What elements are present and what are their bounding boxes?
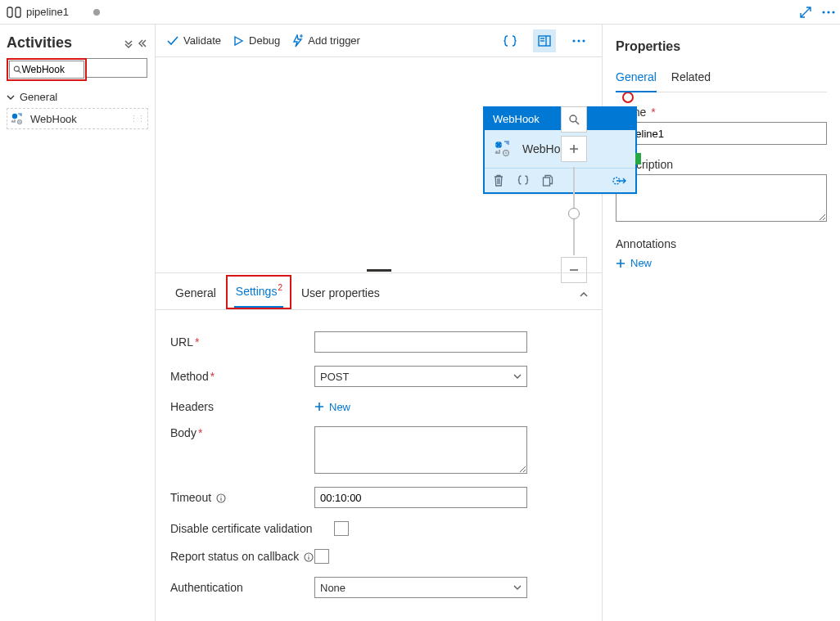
search-extra-box[interactable] bbox=[87, 58, 147, 78]
more-icon bbox=[822, 11, 835, 14]
properties-panel: Properties General Related Name * Descri… bbox=[603, 25, 840, 621]
chevron-up-icon bbox=[579, 290, 589, 299]
webhook-node-footer bbox=[485, 168, 635, 192]
timeout-label: Timeout bbox=[170, 491, 314, 504]
zoom-fit-button[interactable] bbox=[561, 106, 587, 133]
method-select[interactable]: POST bbox=[314, 366, 527, 387]
pipeline-tab[interactable]: pipeline1 bbox=[0, 2, 106, 21]
webhook-node-icon bbox=[493, 140, 514, 158]
pipeline-tab-label: pipeline1 bbox=[26, 6, 69, 18]
add-trigger-button[interactable]: Add trigger bbox=[291, 34, 360, 47]
webhook-activity-icon bbox=[11, 112, 25, 125]
node-code-button[interactable] bbox=[517, 174, 529, 187]
url-input[interactable] bbox=[314, 331, 527, 353]
tab-settings-badge: 2 bbox=[278, 283, 282, 292]
canvas-zoom-controls bbox=[561, 106, 587, 286]
method-value: POST bbox=[320, 371, 349, 383]
node-delete-button[interactable] bbox=[493, 174, 504, 187]
activities-search-input[interactable] bbox=[9, 61, 84, 79]
toolbar-more-button[interactable] bbox=[567, 29, 590, 52]
node-expand-button[interactable] bbox=[612, 175, 627, 187]
svg-point-8 bbox=[19, 121, 20, 123]
chevron-down-icon bbox=[513, 372, 522, 380]
activities-title-text: Activities bbox=[7, 34, 72, 52]
zoom-slider[interactable] bbox=[573, 167, 575, 255]
svg-point-15 bbox=[582, 39, 585, 42]
debug-label: Debug bbox=[249, 34, 280, 47]
svg-rect-1 bbox=[16, 7, 20, 17]
info-icon bbox=[304, 552, 314, 562]
prop-name-input[interactable] bbox=[616, 122, 827, 145]
search-icon bbox=[13, 65, 21, 74]
auth-value: None bbox=[320, 582, 345, 594]
headers-new-button[interactable]: New bbox=[314, 401, 350, 413]
expand-icon bbox=[800, 7, 811, 18]
properties-toggle-button[interactable] bbox=[533, 29, 556, 52]
trash-icon bbox=[493, 174, 504, 187]
code-view-button[interactable] bbox=[499, 29, 522, 52]
prop-name-label: Name * bbox=[616, 106, 827, 119]
webhook-node[interactable]: WebHook bbox=[483, 106, 637, 194]
chevron-down-icon bbox=[513, 583, 522, 592]
disable-cert-label: Disable certificate validation bbox=[170, 522, 334, 535]
activities-hide-button[interactable] bbox=[138, 38, 148, 48]
tab-user-properties[interactable]: User properties bbox=[295, 278, 386, 309]
copy-icon bbox=[542, 174, 553, 187]
svg-rect-0 bbox=[7, 7, 12, 17]
tab-settings[interactable]: Settings2 bbox=[229, 277, 288, 308]
header-more-button[interactable] bbox=[817, 1, 840, 24]
collapse-detail-button[interactable] bbox=[579, 290, 589, 309]
properties-tabs: General Related bbox=[616, 64, 827, 92]
node-validation-error-icon[interactable] bbox=[622, 92, 634, 103]
section-general-label: General bbox=[20, 91, 57, 103]
prop-annotations-label: Annotations bbox=[616, 237, 827, 250]
center-column: Validate Debug Add trigger bbox=[156, 25, 603, 621]
node-output-connector[interactable] bbox=[635, 153, 641, 164]
grip-icon: ⋮⋮ bbox=[129, 114, 144, 124]
check-icon bbox=[167, 36, 178, 46]
annotations-new-button[interactable]: New bbox=[616, 257, 827, 269]
method-label: Method* bbox=[170, 370, 314, 383]
url-label: URL* bbox=[170, 335, 314, 349]
settings-form: URL* Method* POST Headers New bbox=[156, 310, 602, 621]
activities-search-field[interactable] bbox=[21, 64, 80, 75]
svg-rect-19 bbox=[544, 178, 550, 186]
report-status-checkbox[interactable] bbox=[314, 549, 329, 564]
svg-point-5 bbox=[14, 66, 19, 71]
plus-icon bbox=[616, 259, 625, 268]
auth-select[interactable]: None bbox=[314, 577, 527, 598]
expand-button[interactable] bbox=[794, 1, 817, 24]
activities-collapse-button[interactable] bbox=[124, 38, 133, 48]
headers-label: Headers bbox=[170, 400, 314, 413]
body-label: Body* bbox=[170, 426, 314, 439]
disable-cert-checkbox[interactable] bbox=[334, 521, 349, 536]
webhook-node-body: WebHook1 bbox=[485, 130, 635, 168]
timeout-info-button[interactable] bbox=[216, 493, 226, 503]
properties-tab-general[interactable]: General bbox=[616, 64, 657, 92]
webhook-node-header: WebHook bbox=[485, 108, 635, 130]
pipeline-canvas[interactable]: WebHook bbox=[156, 57, 602, 268]
svg-point-25 bbox=[308, 555, 309, 556]
braces-icon bbox=[504, 34, 517, 47]
chevron-down-icon bbox=[7, 93, 15, 101]
properties-tab-related[interactable]: Related bbox=[671, 64, 711, 92]
zoom-in-button[interactable] bbox=[561, 136, 587, 162]
tab-general[interactable]: General bbox=[169, 278, 223, 309]
auth-label: Authentication bbox=[170, 581, 314, 594]
activity-webhook[interactable]: WebHook ⋮⋮ bbox=[7, 108, 148, 129]
plus-icon bbox=[314, 402, 324, 412]
body-textarea[interactable] bbox=[314, 426, 527, 474]
zoom-slider-thumb[interactable] bbox=[568, 208, 580, 219]
debug-button[interactable]: Debug bbox=[233, 34, 280, 47]
plus-icon bbox=[569, 144, 579, 154]
node-copy-button[interactable] bbox=[542, 174, 553, 187]
svg-point-23 bbox=[220, 496, 221, 497]
add-trigger-label: Add trigger bbox=[308, 34, 360, 47]
section-general[interactable]: General bbox=[7, 91, 148, 103]
headers-new-label: New bbox=[329, 401, 350, 413]
prop-description-textarea[interactable] bbox=[616, 174, 827, 222]
validate-button[interactable]: Validate bbox=[167, 34, 221, 47]
report-status-info-button[interactable] bbox=[304, 552, 314, 562]
double-chevron-down-icon bbox=[124, 38, 133, 48]
timeout-input[interactable] bbox=[314, 487, 527, 508]
